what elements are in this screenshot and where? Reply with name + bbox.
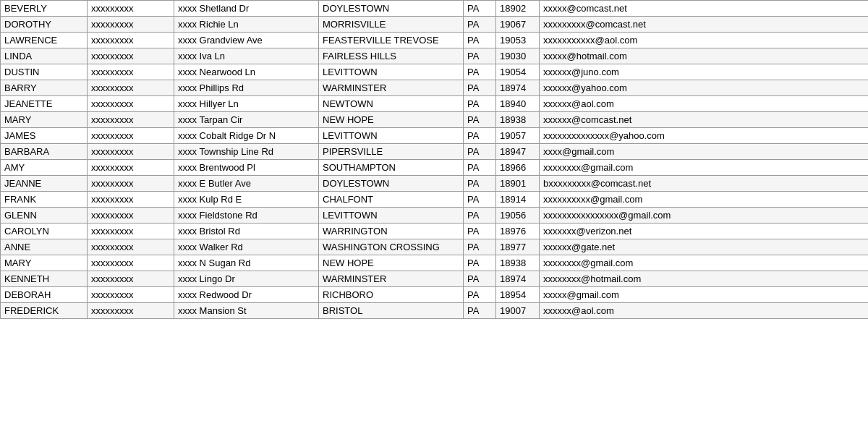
cell-first-name: FRANK	[1, 192, 88, 208]
cell-address: xxxx Iva Ln	[174, 48, 319, 64]
cell-last-name: xxxxxxxxx	[88, 303, 174, 319]
cell-email: xxxxxxxxxxxxxx@yahoo.com	[540, 128, 869, 144]
cell-first-name: ANNE	[1, 239, 88, 255]
cell-city: FEASTERVILLE TREVOSE	[319, 33, 464, 48]
cell-address: xxxx Nearwood Ln	[174, 64, 319, 80]
cell-address: xxxx Grandview Ave	[174, 33, 319, 48]
table-row: DUSTIN xxxxxxxxx xxxx Nearwood Ln LEVITT…	[1, 64, 869, 80]
cell-address: xxxx Fieldstone Rd	[174, 208, 319, 224]
cell-zip: 19030	[496, 48, 540, 64]
cell-first-name: JAMES	[1, 128, 88, 144]
cell-state: PA	[464, 33, 496, 48]
cell-city: LEVITTOWN	[319, 128, 464, 144]
cell-address: xxxx Cobalt Ridge Dr N	[174, 128, 319, 144]
cell-city: DOYLESTOWN	[319, 176, 464, 192]
cell-zip: 18901	[496, 176, 540, 192]
cell-last-name: xxxxxxxxx	[88, 96, 174, 112]
cell-city: FAIRLESS HILLS	[319, 48, 464, 64]
cell-zip: 18974	[496, 271, 540, 287]
cell-last-name: xxxxxxxxx	[88, 128, 174, 144]
cell-city: WARMINSTER	[319, 80, 464, 96]
cell-last-name: xxxxxxxxx	[88, 255, 174, 271]
cell-state: PA	[464, 176, 496, 192]
cell-first-name: CAROLYN	[1, 224, 88, 239]
cell-last-name: xxxxxxxxx	[88, 160, 174, 176]
cell-email: xxxxxxxx@hotmail.com	[540, 271, 869, 287]
cell-city: LEVITTOWN	[319, 208, 464, 224]
cell-state: PA	[464, 144, 496, 160]
table-row: JAMES xxxxxxxxx xxxx Cobalt Ridge Dr N L…	[1, 128, 869, 144]
table-row: CAROLYN xxxxxxxxx xxxx Bristol Rd WARRIN…	[1, 224, 869, 239]
table-row: BEVERLY xxxxxxxxx xxxx Shetland Dr DOYLE…	[1, 1, 869, 17]
cell-city: NEW HOPE	[319, 112, 464, 128]
cell-city: BRISTOL	[319, 303, 464, 319]
cell-first-name: JEANNE	[1, 176, 88, 192]
cell-city: PIPERSVILLE	[319, 144, 464, 160]
cell-email: xxxxxx@aol.com	[540, 96, 869, 112]
cell-zip: 18938	[496, 255, 540, 271]
cell-zip: 18947	[496, 144, 540, 160]
cell-zip: 18938	[496, 112, 540, 128]
cell-address: xxxx Phillips Rd	[174, 80, 319, 96]
cell-email: xxxxxxxxxx@gmail.com	[540, 192, 869, 208]
cell-zip: 18902	[496, 1, 540, 17]
cell-last-name: xxxxxxxxx	[88, 287, 174, 303]
cell-state: PA	[464, 160, 496, 176]
cell-zip: 19053	[496, 33, 540, 48]
cell-city: WASHINGTON CROSSING	[319, 239, 464, 255]
cell-state: PA	[464, 303, 496, 319]
cell-city: MORRISVILLE	[319, 17, 464, 33]
cell-email: xxxx@gmail.com	[540, 144, 869, 160]
cell-city: SOUTHAMPTON	[319, 160, 464, 176]
table-row: BARRY xxxxxxxxx xxxx Phillips Rd WARMINS…	[1, 80, 869, 96]
cell-first-name: DUSTIN	[1, 64, 88, 80]
cell-city: NEWTOWN	[319, 96, 464, 112]
cell-city: CHALFONT	[319, 192, 464, 208]
cell-zip: 18976	[496, 224, 540, 239]
cell-email: xxxxxxxxxxx@aol.com	[540, 33, 869, 48]
table-row: DEBORAH xxxxxxxxx xxxx Redwood Dr RICHBO…	[1, 287, 869, 303]
cell-zip: 18940	[496, 96, 540, 112]
cell-zip: 19054	[496, 64, 540, 80]
cell-last-name: xxxxxxxxx	[88, 176, 174, 192]
cell-zip: 19067	[496, 17, 540, 33]
cell-address: xxxx Walker Rd	[174, 239, 319, 255]
cell-email: xxxxxxxxxxxxxxxx@gmail.com	[540, 208, 869, 224]
cell-email: xxxxxxxx@gmail.com	[540, 255, 869, 271]
cell-email: xxxxx@comcast.net	[540, 1, 869, 17]
cell-zip: 18974	[496, 80, 540, 96]
cell-email: xxxxx@gmail.com	[540, 287, 869, 303]
cell-first-name: BEVERLY	[1, 1, 88, 17]
cell-address: xxxx Tarpan Cir	[174, 112, 319, 128]
cell-first-name: FREDERICK	[1, 303, 88, 319]
table-row: GLENN xxxxxxxxx xxxx Fieldstone Rd LEVIT…	[1, 208, 869, 224]
table-row: AMY xxxxxxxxx xxxx Brentwood Pl SOUTHAMP…	[1, 160, 869, 176]
cell-city: LEVITTOWN	[319, 64, 464, 80]
cell-address: xxxx Kulp Rd E	[174, 192, 319, 208]
cell-email: xxxxxxxx@gmail.com	[540, 160, 869, 176]
cell-state: PA	[464, 128, 496, 144]
cell-last-name: xxxxxxxxx	[88, 271, 174, 287]
cell-state: PA	[464, 1, 496, 17]
cell-first-name: MARY	[1, 112, 88, 128]
cell-city: DOYLESTOWN	[319, 1, 464, 17]
cell-state: PA	[464, 80, 496, 96]
cell-first-name: KENNETH	[1, 271, 88, 287]
cell-email: xxxxxx@comcast.net	[540, 112, 869, 128]
cell-zip: 19057	[496, 128, 540, 144]
cell-state: PA	[464, 112, 496, 128]
cell-state: PA	[464, 287, 496, 303]
cell-state: PA	[464, 96, 496, 112]
cell-email: xxxxxx@aol.com	[540, 303, 869, 319]
cell-address: xxxx Township Line Rd	[174, 144, 319, 160]
cell-state: PA	[464, 271, 496, 287]
cell-last-name: xxxxxxxxx	[88, 17, 174, 33]
cell-last-name: xxxxxxxxx	[88, 208, 174, 224]
cell-email: xxxxxx@juno.com	[540, 64, 869, 80]
cell-first-name: MARY	[1, 255, 88, 271]
cell-first-name: DOROTHY	[1, 17, 88, 33]
cell-state: PA	[464, 17, 496, 33]
table-row: KENNETH xxxxxxxxx xxxx Lingo Dr WARMINST…	[1, 271, 869, 287]
cell-last-name: xxxxxxxxx	[88, 33, 174, 48]
cell-last-name: xxxxxxxxx	[88, 64, 174, 80]
